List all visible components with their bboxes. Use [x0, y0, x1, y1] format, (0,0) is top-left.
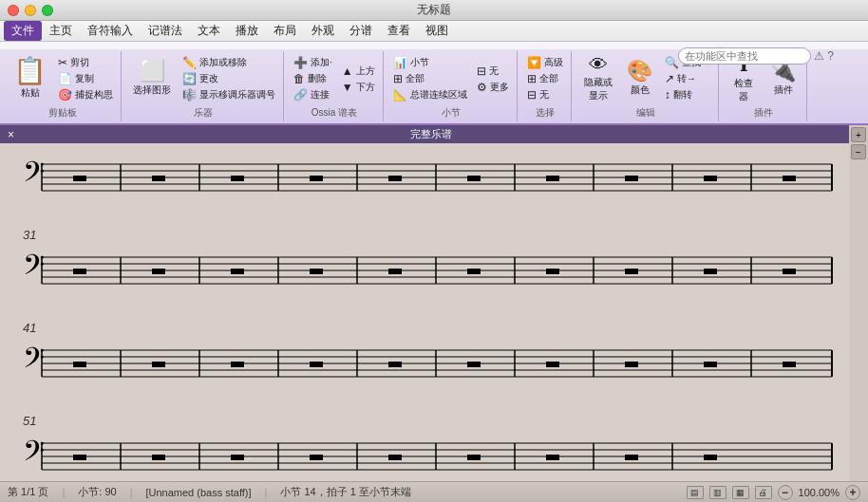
ribbon: 📋 粘贴 ✂ 剪切 📄 复制 🎯 捕捉构思 [0, 42, 868, 125]
change-button[interactable]: 🔄 更改 [179, 71, 279, 86]
select-none-button[interactable]: ⊟ 无 [523, 87, 567, 102]
all-icon: ⊞ [393, 72, 403, 85]
goto-button[interactable]: ↗ 转→ [661, 71, 714, 86]
measure-count: 小节: 90 [78, 485, 116, 499]
svg-rect-99 [231, 455, 244, 460]
select-shape-button[interactable]: ⬜ 选择图形 [127, 53, 177, 104]
plugins-label: 插件 [754, 106, 773, 120]
search-area: ⚠ ? [678, 47, 834, 65]
hide-show-button[interactable]: 👁 隐藏或显示 [577, 53, 619, 104]
section-close-button[interactable]: × [8, 128, 14, 141]
filter-icon: 🔽 [527, 56, 541, 69]
measures-content: 📊 小节 ⊞ 全部 📐 总谱连续区域 ⊟ 无 [389, 53, 513, 104]
location-info: 小节 14，拍子 1 至小节末端 [280, 485, 411, 499]
more-button[interactable]: ⚙ 更多 [473, 80, 513, 95]
edit-label: 编辑 [636, 106, 655, 120]
select-all-button[interactable]: ⊞ 全部 [523, 71, 567, 86]
flip-button[interactable]: ↕ 翻转 [661, 87, 714, 102]
svg-rect-44 [73, 269, 86, 274]
instruments-content: ⬜ 选择图形 ✏️ 添加或移除 🔄 更改 🎼 显示移调乐器调号 [127, 53, 279, 104]
svg-rect-101 [388, 455, 402, 460]
menu-parts[interactable]: 分谱 [342, 21, 380, 41]
select-all-icon: ⊞ [527, 72, 537, 85]
ossia-connect-button[interactable]: 🔗 连接 [290, 87, 336, 102]
view-print-button[interactable]: 🖨 [755, 486, 772, 499]
measure-button[interactable]: 📊 小节 [389, 55, 471, 70]
svg-rect-98 [152, 455, 165, 460]
svg-rect-103 [546, 455, 559, 460]
advanced-button[interactable]: 🔽 高级 [523, 55, 567, 70]
group-ossia: ➕ 添加· 🗑 删除 🔗 连接 ▲ 上方 [286, 51, 384, 121]
group-measures: 📊 小节 ⊞ 全部 📐 总谱连续区域 ⊟ 无 [386, 51, 518, 121]
ossia-above-button[interactable]: ▲ 上方 [338, 64, 379, 79]
color-button[interactable]: 🎨 颜色 [621, 53, 659, 104]
score-range-button[interactable]: 📐 总谱连续区域 [389, 87, 471, 102]
transpose-icon: 🎼 [182, 88, 197, 102]
svg-rect-78 [625, 362, 638, 367]
svg-rect-22 [467, 176, 481, 181]
score-right-controls: + − [849, 125, 868, 481]
maximize-button[interactable] [42, 5, 53, 16]
range-icon: 📐 [393, 88, 407, 102]
zoom-in-button[interactable]: + [845, 485, 860, 500]
zoom-out-side-button[interactable]: − [851, 144, 866, 159]
ossia-delete-button[interactable]: 🗑 删除 [290, 71, 336, 86]
none-icon: ⊟ [477, 65, 486, 78]
goto-icon: ↗ [665, 72, 674, 85]
selection-content: 🔽 高级 ⊞ 全部 ⊟ 无 [523, 53, 567, 104]
menu-notation[interactable]: 记谱法 [141, 21, 190, 41]
svg-rect-100 [310, 455, 323, 460]
svg-rect-46 [231, 269, 244, 274]
svg-rect-52 [704, 269, 717, 274]
score-row-31: 31 𝄢 [19, 228, 830, 292]
zoom-out-button[interactable]: − [778, 485, 793, 500]
svg-rect-75 [388, 362, 402, 367]
menu-playback[interactable]: 播放 [228, 21, 266, 41]
menu-layout[interactable]: 布局 [266, 21, 304, 41]
menu-note-input[interactable]: 音符输入 [80, 21, 141, 41]
svg-rect-74 [310, 362, 323, 367]
menu-appearance[interactable]: 外观 [304, 21, 342, 41]
search-input[interactable] [678, 47, 811, 65]
view-scroll-button[interactable]: ▥ [709, 486, 726, 499]
menu-view2[interactable]: 视图 [418, 21, 456, 41]
measure-icon: 📊 [393, 56, 407, 69]
group-clipboard: 📋 粘贴 ✂ 剪切 📄 复制 🎯 捕捉构思 [4, 51, 122, 121]
capture-button[interactable]: 🎯 捕捉构思 [54, 87, 117, 102]
svg-rect-76 [467, 362, 481, 367]
staff-svg-31: 𝄢 [19, 244, 836, 289]
zoom-in-side-button[interactable]: + [851, 127, 866, 142]
score-area-wrapper: × 完整乐谱 𝄢 [0, 125, 868, 481]
svg-rect-18 [152, 176, 165, 181]
minimize-button[interactable] [25, 5, 36, 16]
menu-file[interactable]: 文件 [4, 21, 42, 41]
none-button[interactable]: ⊟ 无 [473, 64, 513, 79]
paste-button[interactable]: 📋 粘贴 [8, 53, 52, 104]
ossia-add-button[interactable]: ➕ 添加· [290, 55, 336, 70]
view-single-button[interactable]: ▤ [687, 486, 704, 499]
ossia-add-icon: ➕ [293, 56, 308, 69]
paste-icon: 📋 [13, 58, 47, 84]
copy-button[interactable]: 📄 复制 [54, 71, 117, 86]
color-icon: 🎨 [627, 61, 652, 82]
svg-rect-51 [625, 269, 638, 274]
svg-rect-77 [546, 362, 559, 367]
show-transposing-button[interactable]: 🎼 显示移调乐器调号 [179, 87, 279, 102]
copy-icon: 📄 [58, 72, 72, 85]
svg-rect-17 [73, 176, 86, 181]
svg-rect-24 [625, 176, 638, 181]
svg-rect-25 [704, 176, 717, 181]
window-controls[interactable] [8, 5, 53, 16]
close-button[interactable] [8, 5, 19, 16]
score-scroll[interactable]: × 完整乐谱 𝄢 [0, 125, 849, 481]
add-remove-button[interactable]: ✏️ 添加或移除 [179, 55, 279, 70]
svg-rect-21 [388, 176, 402, 181]
ossia-below-button[interactable]: ▼ 下方 [338, 80, 379, 95]
menu-view[interactable]: 查看 [380, 21, 418, 41]
cut-button[interactable]: ✂ 剪切 [54, 55, 117, 70]
status-bar: 第 1/1 页 | 小节: 90 | [Unnamed (bass staff)… [0, 481, 868, 502]
view-3d-button[interactable]: ▦ [732, 486, 749, 499]
all-button[interactable]: ⊞ 全部 [389, 71, 471, 86]
menu-home[interactable]: 主页 [42, 21, 80, 41]
menu-text[interactable]: 文本 [190, 21, 228, 41]
